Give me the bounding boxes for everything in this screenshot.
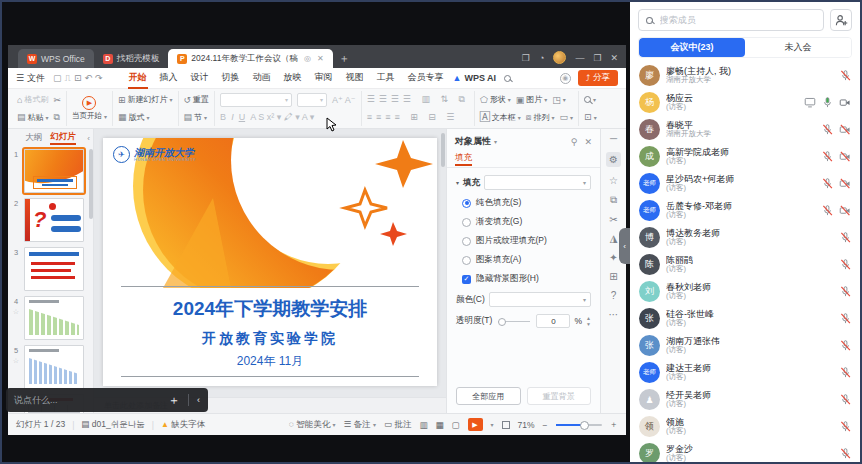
mic-muted-icon[interactable] xyxy=(840,445,851,463)
star-icon[interactable]: ☆ xyxy=(10,357,22,365)
tab-wps-home[interactable]: W WPS Office xyxy=(18,49,94,68)
mic-muted-icon[interactable] xyxy=(840,229,851,247)
mic-muted-icon[interactable] xyxy=(840,418,851,436)
slide-date[interactable]: 2024年 11月 xyxy=(103,353,437,370)
add-member-button[interactable] xyxy=(830,9,852,31)
participant-row-14[interactable]: 领领施(访客) xyxy=(630,413,860,440)
color-select[interactable]: ▾ xyxy=(489,292,591,307)
slide-1[interactable]: ✈ 湖南开放大学 HUNAN OPEN UNIVERSITY xyxy=(103,138,437,386)
transparency-value[interactable]: 0 xyxy=(536,314,570,328)
collapse-icon[interactable]: ─ xyxy=(610,133,617,144)
font-size-select[interactable]: ▾ xyxy=(297,93,327,107)
mic-muted-icon[interactable] xyxy=(840,364,851,382)
properties-icon[interactable]: ⚙ xyxy=(606,152,621,167)
participant-row-3[interactable]: 春春晓平湖南开放大学 xyxy=(630,116,860,143)
tab-slides[interactable]: 幻灯片 xyxy=(50,131,76,145)
thumbnail-preview[interactable] xyxy=(24,345,84,389)
font-name-select[interactable]: ▾ xyxy=(220,93,292,107)
thumbnail-scrollbar[interactable] xyxy=(89,149,93,219)
zoom-slider[interactable] xyxy=(556,424,602,426)
thumbnail-preview[interactable] xyxy=(24,296,84,340)
transparency-slider[interactable] xyxy=(498,321,530,322)
mic-muted-icon[interactable] xyxy=(840,337,851,355)
tab-outline[interactable]: 大纲 xyxy=(25,132,42,144)
section-button[interactable]: ▤节▾ xyxy=(184,112,208,123)
search-commands-icon[interactable] xyxy=(504,75,511,82)
arrange-button[interactable]: ⧈排列▾ xyxy=(526,112,555,123)
fill-option-1[interactable]: 纯色填充(S) xyxy=(456,197,591,209)
template-name[interactable]: ▤ d01_쉬운나눔 xyxy=(81,419,144,431)
participant-row-11[interactable]: 张湖南万通张伟(访客) xyxy=(630,332,860,359)
more-icon[interactable]: ⋯ xyxy=(609,309,619,320)
close-tab-icon[interactable]: ✕ xyxy=(317,54,324,63)
fill-option-2[interactable]: 渐变填充(G) xyxy=(456,216,591,228)
chat-collapse-icon[interactable]: ‹ xyxy=(197,395,200,405)
account-avatar[interactable] xyxy=(553,51,566,64)
outline-color-button[interactable]: ▭▾ xyxy=(560,112,574,122)
meeting-tab-not-joined[interactable]: 未入会 xyxy=(745,38,851,57)
apply-all-button[interactable]: 全部应用 xyxy=(456,387,521,405)
mic-muted-icon[interactable] xyxy=(840,310,851,328)
align-buttons[interactable]: ≡≡≡≡ ⊞ ⊟ ☰ xyxy=(367,112,459,122)
star-icon[interactable]: ☆ xyxy=(10,308,22,316)
restore-button[interactable]: ❐ xyxy=(593,53,601,63)
menu-item-9[interactable]: 工具 xyxy=(376,68,396,89)
camera-on-icon[interactable] xyxy=(839,94,851,112)
list-buttons[interactable]: ☰☰☰☰ ▥ ⇅ ⧉ xyxy=(367,94,469,105)
textbox-button[interactable]: 🄰文本框▾ xyxy=(480,112,521,123)
participant-row-6[interactable]: 老师岳麓专修-邓老师(访客) xyxy=(630,197,860,224)
share-button[interactable]: ⤴ 分享 xyxy=(578,70,618,86)
participant-row-1[interactable]: 廖廖畅(主持人, 我)湖南开放大学 xyxy=(630,62,860,89)
menu-item-10[interactable]: 会员专享 xyxy=(407,68,445,89)
transparency-stepper[interactable]: ▲▼ xyxy=(586,315,591,327)
close-window-button[interactable]: ✕ xyxy=(610,53,618,63)
layout-button[interactable]: ▦版式▾ xyxy=(118,112,150,123)
chat-input-placeholder[interactable]: 说点什么... xyxy=(14,394,160,407)
camera-off-icon[interactable] xyxy=(839,202,851,220)
font-format-buttons[interactable]: B I U A S x² ▾ 🖍 ▾ A ▾ xyxy=(220,112,314,122)
view-reading-icon[interactable]: ▢ xyxy=(451,420,459,430)
collapse-thumbnails-icon[interactable]: ‹ xyxy=(87,134,90,143)
participant-row-15[interactable]: 罗罗金沙(访客) xyxy=(630,440,860,462)
member-search-box[interactable] xyxy=(638,9,824,31)
menu-item-6[interactable]: 放映 xyxy=(283,68,303,89)
participant-row-5[interactable]: 老师星沙码农+何老师(访客) xyxy=(630,170,860,197)
tab-docer-template[interactable]: D 找稻壳模板 xyxy=(94,49,169,68)
mic-muted-icon[interactable] xyxy=(822,148,833,166)
notes-toggle-button[interactable]: ☰ 备注 ▾ xyxy=(344,419,376,431)
mic-on-icon[interactable] xyxy=(822,94,833,112)
meeting-tab-in-meeting[interactable]: 会议中(23) xyxy=(639,38,745,57)
thumbnail-item-2[interactable]: 2? xyxy=(10,198,93,242)
mic-muted-icon[interactable] xyxy=(822,121,833,139)
view-grid-icon[interactable]: ▦ xyxy=(435,420,443,430)
tools-icon[interactable]: ✂ xyxy=(609,214,617,225)
view-normal-icon[interactable]: ▥ xyxy=(419,420,427,430)
participant-row-8[interactable]: 陈陈丽鹃(访客) xyxy=(630,251,860,278)
slide-title[interactable]: 2024年下学期教学安排 xyxy=(103,296,437,322)
canvas-scrollbar[interactable] xyxy=(441,133,445,167)
wps-ai-button[interactable]: ▲WPS AI xyxy=(453,73,497,83)
shapes-button[interactable]: ⬠形状▾ xyxy=(480,94,511,105)
find-button[interactable]: ▾ xyxy=(584,96,596,103)
thumbnail-preview[interactable] xyxy=(24,149,84,193)
participant-row-13[interactable]: ♟经开吴老师(访客) xyxy=(630,386,860,413)
reset-background-button[interactable]: 重置背景 xyxy=(527,387,592,405)
thumbnail-preview[interactable] xyxy=(24,247,84,291)
participant-row-12[interactable]: 老师建达王老师(访客) xyxy=(630,359,860,386)
cut-button[interactable]: ✂ xyxy=(53,95,61,105)
layout-icon[interactable]: ⊞ xyxy=(609,271,617,282)
clipboard-icon[interactable]: ⧉ xyxy=(610,194,617,206)
new-tab-button[interactable]: ＋ xyxy=(339,51,350,66)
zoom-out-button[interactable]: − xyxy=(543,420,548,430)
format-painter-button[interactable]: ⌂格式刷 xyxy=(17,94,48,105)
mic-muted-icon[interactable] xyxy=(840,67,851,85)
robot-assistant-icon[interactable]: ◉ xyxy=(560,73,571,84)
fit-window-icon[interactable] xyxy=(502,421,510,429)
missing-font-warning[interactable]: ▲ 缺失字体 xyxy=(161,419,205,431)
settings-globe-icon[interactable]: ◔ xyxy=(539,53,544,63)
menu-item-2[interactable]: 插入 xyxy=(159,68,179,89)
fill-option-3[interactable]: 图片或纹理填充(P) xyxy=(456,235,591,247)
camera-off-icon[interactable] xyxy=(839,148,851,166)
thumbnail-item-1[interactable]: 1 xyxy=(10,149,93,193)
fill-option-4[interactable]: 图案填充(A) xyxy=(456,254,591,266)
